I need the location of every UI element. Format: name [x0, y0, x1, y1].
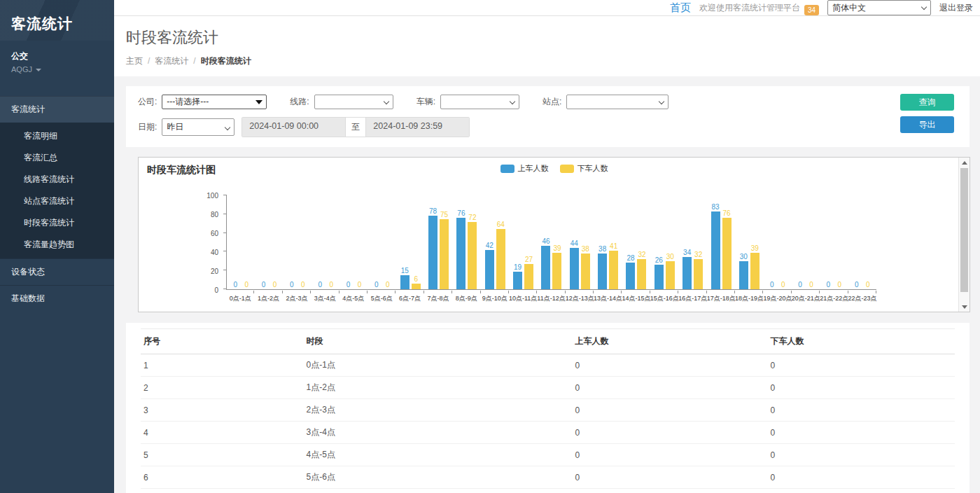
bar[interactable] [513, 272, 522, 289]
table-row[interactable]: 76点-7点156 [141, 489, 955, 493]
bar-group: 1927 [509, 195, 537, 289]
company-filter: 公司: ---请选择--- [138, 95, 267, 109]
bar[interactable] [524, 264, 533, 289]
bars: 0000000000001567875767242641927463944383… [227, 195, 876, 289]
brand-area: 客流统计 [0, 0, 114, 41]
bar[interactable] [739, 261, 748, 289]
query-button[interactable]: 查询 [900, 94, 954, 111]
bar[interactable] [637, 259, 646, 289]
table-row[interactable]: 65点-6点00 [141, 466, 955, 489]
sidebar-subitem[interactable]: 客流明细 [0, 125, 114, 147]
bar-group: 8376 [707, 195, 735, 289]
bar-value-label: 64 [497, 221, 505, 228]
date-start-input[interactable]: 2024-01-09 00:00 [242, 118, 345, 137]
sidebar-item-1[interactable]: 客流统计 [0, 96, 114, 123]
sidebar-menu: 客流统计客流明细客流汇总线路客流统计站点客流统计时段客流统计客流量趋势图设备状态… [0, 96, 114, 312]
bar[interactable] [468, 222, 477, 289]
bar[interactable] [654, 265, 664, 289]
bar[interactable] [666, 261, 675, 289]
bar[interactable] [456, 218, 465, 289]
scrollbar-thumb[interactable] [960, 168, 968, 292]
bar[interactable] [750, 253, 760, 289]
x-tick-mark [678, 291, 706, 293]
bar-group: 156 [396, 195, 424, 289]
home-link[interactable]: 首页 [670, 1, 691, 15]
sidebar-item-2[interactable]: 设备状态 [0, 258, 114, 285]
bar-value-label: 0 [781, 281, 785, 289]
bar-wrap: 0 [316, 195, 325, 289]
welcome-text: 欢迎使用客流统计管理平台 [699, 2, 800, 14]
bar[interactable] [541, 246, 550, 289]
table-cell: 2点-3点 [304, 399, 573, 422]
sidebar-subitem[interactable]: 客流量趋势图 [0, 234, 114, 256]
bar[interactable] [626, 263, 635, 289]
bar-wrap: 30 [739, 195, 748, 289]
sidebar-subitem[interactable]: 站点客流统计 [0, 190, 114, 212]
bar[interactable] [682, 257, 692, 289]
scroll-down-arrow-icon[interactable] [959, 302, 969, 312]
company-select[interactable]: ---请选择--- [162, 95, 267, 109]
line-select[interactable] [314, 95, 393, 109]
bar[interactable] [711, 211, 720, 289]
bar[interactable] [400, 275, 410, 289]
bar-value-label: 0 [244, 281, 248, 289]
bar-value-label: 0 [809, 281, 813, 289]
x-tick-label: 15点-16点 [650, 294, 678, 303]
notification-badge[interactable]: 34 [804, 5, 819, 15]
x-tick-mark [396, 291, 424, 293]
bar[interactable] [694, 259, 703, 289]
table-row[interactable]: 21点-2点00 [141, 377, 955, 399]
scroll-up-arrow-icon[interactable] [959, 158, 969, 167]
bar[interactable] [485, 250, 494, 289]
logout-link[interactable]: 退出登录 [939, 2, 973, 14]
caret-down-icon [36, 69, 41, 71]
bar[interactable] [412, 284, 421, 289]
export-button[interactable]: 导出 [900, 116, 954, 133]
sidebar-subitem[interactable]: 客流汇总 [0, 147, 114, 169]
bar[interactable] [440, 219, 449, 290]
table-cell: 4点-5点 [304, 444, 573, 466]
main-content: 首页 欢迎使用客流统计管理平台 34 简体中文 退出登录 时段客流统计 主页/客… [114, 0, 980, 493]
y-tick-label: 80 [211, 211, 218, 218]
date-preset-select[interactable]: 昨日 [162, 118, 234, 136]
table-row[interactable]: 32点-3点00 [141, 399, 955, 422]
bar[interactable] [598, 254, 607, 289]
bar-wrap: 32 [637, 195, 646, 289]
bar-value-label: 30 [666, 253, 674, 261]
breadcrumb-home[interactable]: 主页 [126, 56, 143, 66]
bar-wrap: 0 [355, 195, 364, 289]
table-row[interactable]: 10点-1点00 [141, 354, 955, 377]
chart-scrollbar[interactable] [958, 158, 969, 312]
line-filter: 线路: [290, 95, 393, 109]
table-cell: 0 [767, 399, 955, 422]
bar[interactable] [722, 218, 732, 289]
table-row[interactable]: 43点-4点00 [141, 422, 955, 444]
bar[interactable] [552, 253, 561, 289]
bar[interactable] [581, 254, 590, 289]
bar-wrap: 0 [824, 195, 833, 289]
legend-item[interactable]: 下车人数 [560, 163, 608, 174]
date-end-input[interactable]: 2024-01-09 23:59 [366, 118, 469, 137]
language-select[interactable]: 简体中文 [827, 0, 931, 15]
bar-value-label: 0 [798, 281, 802, 289]
vehicle-select[interactable] [440, 95, 519, 109]
bar[interactable] [496, 229, 505, 289]
bar-wrap: 0 [327, 195, 336, 289]
bar[interactable] [609, 251, 618, 289]
sidebar-subitem[interactable]: 时段客流统计 [0, 212, 114, 234]
brand-title: 客流统计 [11, 14, 103, 34]
legend-item[interactable]: 上车人数 [500, 163, 549, 174]
table-row[interactable]: 54点-5点00 [141, 444, 955, 466]
chart-body: 020406080100 000000000000156787576724264… [139, 179, 969, 312]
station-select[interactable] [566, 95, 668, 109]
x-tick-label: 22点-23点 [848, 294, 876, 303]
bar-group: 2832 [622, 195, 650, 289]
user-dropdown[interactable]: AQGJ [0, 64, 114, 79]
breadcrumb-parent[interactable]: 客流统计 [155, 56, 188, 66]
sidebar-subitem[interactable]: 线路客流统计 [0, 169, 114, 190]
table-cell: 0 [572, 399, 767, 422]
bar[interactable] [428, 216, 438, 289]
chart-title: 时段车流统计图 [147, 164, 216, 175]
sidebar-item-3[interactable]: 基础数据 [0, 285, 114, 312]
bar[interactable] [570, 248, 579, 289]
